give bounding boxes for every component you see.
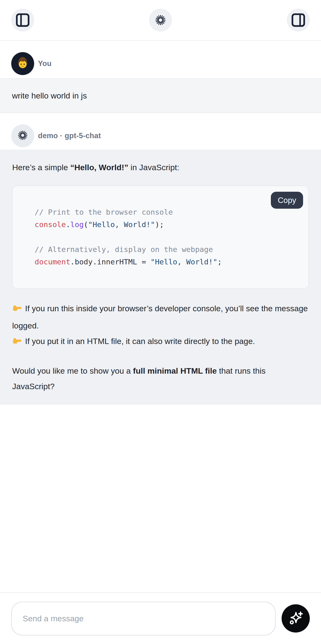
- question-prefix: Would you like me to show you a: [12, 366, 133, 375]
- code-block: Copy // Print to the browser consolecons…: [12, 186, 309, 289]
- intro-prefix: Here’s a simple: [12, 163, 70, 172]
- chat-scroll-area: You write hello world in js: [0, 41, 321, 592]
- message-composer: [0, 592, 321, 644]
- top-bar: [0, 0, 321, 41]
- code-token: // Alternatively, display on the webpage: [35, 245, 213, 254]
- question-bold: full minimal HTML file: [133, 366, 217, 375]
- code-token: "Hello, World!": [88, 220, 155, 229]
- code-token: console: [35, 220, 66, 229]
- code-line: // Alternatively, display on the webpage: [35, 243, 301, 256]
- user-message-header: You: [0, 41, 321, 78]
- code-token: document: [35, 258, 70, 266]
- send-button[interactable]: [282, 604, 310, 632]
- message-input[interactable]: [11, 602, 276, 636]
- panel-left-icon: [15, 13, 30, 27]
- code-line: document.body.innerHTML = "Hello, World!…: [35, 256, 301, 268]
- code-token: "Hello, World!": [150, 258, 217, 266]
- empty-chat-space: [0, 405, 321, 592]
- tip-line: If you run this inside your browser’s de…: [12, 301, 309, 334]
- assistant-role-label: demo · gpt-5-chat: [38, 132, 101, 140]
- code-token: log: [70, 220, 84, 229]
- panel-right-icon: [291, 13, 306, 27]
- tip-line: If you put it in an HTML file, it can al…: [12, 334, 309, 351]
- code-lines: // Print to the browser consoleconsole.l…: [13, 186, 308, 288]
- panel-toggle-button[interactable]: [287, 8, 310, 32]
- user-role-label: You: [38, 59, 52, 68]
- sparkle-icon: [287, 610, 304, 628]
- assistant-message-bubble: Here’s a simple “Hello, World!” in JavaS…: [0, 150, 321, 405]
- code-line: // Print to the browser console: [35, 206, 301, 218]
- assistant-intro: Here’s a simple “Hello, World!” in JavaS…: [12, 160, 309, 175]
- assistant-question: Would you like me to show you a full min…: [12, 363, 309, 394]
- starburst-svg: [155, 14, 166, 26]
- tip-text: If you run this inside your browser’s de…: [12, 304, 308, 330]
- starburst-icon: [155, 14, 166, 26]
- user-message-text: write hello world in js: [12, 91, 87, 100]
- code-token: ;: [217, 258, 222, 266]
- assistant-message-header: demo · gpt-5-chat: [0, 113, 321, 150]
- code-token: // Print to the browser console: [35, 208, 173, 216]
- code-line: console.log("Hello, World!");: [35, 218, 301, 231]
- copy-code-button[interactable]: Copy: [271, 192, 303, 209]
- user-message-bubble: write hello world in js: [0, 78, 321, 113]
- code-token: (: [84, 220, 88, 229]
- code-line: [35, 231, 301, 243]
- person-emoji-icon: [15, 56, 30, 72]
- intro-bold: “Hello, World!”: [70, 163, 128, 172]
- assistant-avatar: [11, 124, 34, 147]
- starburst-icon: [17, 130, 28, 142]
- tip-text: If you put it in an HTML file, it can al…: [25, 336, 255, 346]
- code-token: .body.innerHTML =: [70, 258, 150, 266]
- assistant-tips: If you run this inside your browser’s de…: [12, 301, 309, 351]
- pointing-right-icon: [12, 335, 22, 351]
- code-token: .: [66, 220, 70, 229]
- sidebar-toggle-button[interactable]: [11, 8, 34, 32]
- pointing-right-icon: [12, 302, 22, 318]
- intro-suffix: in JavaScript:: [128, 163, 179, 172]
- user-avatar: [11, 52, 34, 75]
- app-logo: [149, 8, 172, 32]
- code-token: );: [155, 220, 164, 229]
